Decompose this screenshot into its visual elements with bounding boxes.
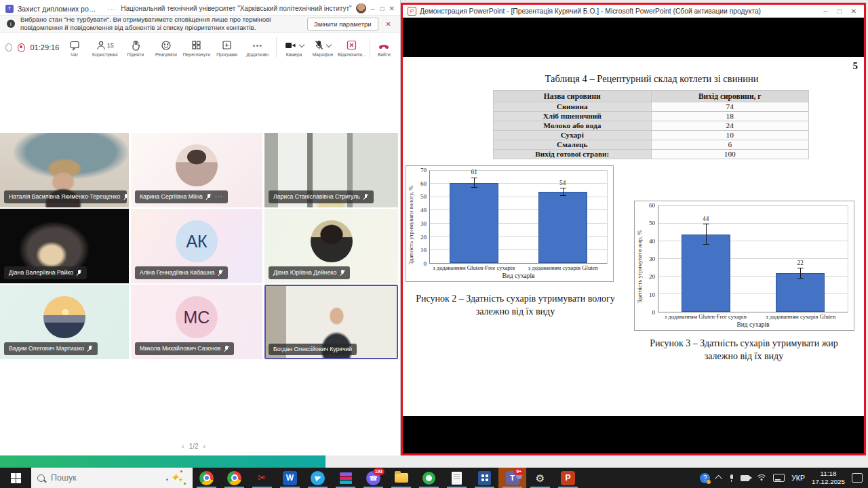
- minimize-button[interactable]: –: [370, 5, 376, 12]
- more-actions-button[interactable]: ••• Додатково: [242, 38, 273, 57]
- taskbar-file-explorer[interactable]: [387, 468, 415, 488]
- table-cell: 18: [651, 112, 809, 121]
- participant-tile-active-speaker[interactable]: Богдан Олексійович Курячий: [264, 285, 398, 359]
- notification-close-icon[interactable]: ✕: [384, 20, 393, 28]
- mic-muted-icon: [87, 345, 93, 352]
- teams-badge: 9+: [514, 468, 524, 475]
- participant-grid: Наталія Василівна Якименко-Терещенко Кар…: [0, 133, 400, 359]
- camera-button[interactable]: Камера: [280, 38, 308, 57]
- meeting-toolbar: 01:29:16 Чат 15 Користувачі Підняти: [0, 33, 400, 62]
- taskbar-chrome-profile[interactable]: [220, 468, 248, 488]
- microphone-button[interactable]: Мікрофон: [308, 38, 338, 57]
- taskbar-telegram[interactable]: [304, 468, 332, 488]
- search-icon: [37, 474, 45, 482]
- close-button[interactable]: ✕: [389, 5, 395, 12]
- start-button[interactable]: [0, 468, 31, 488]
- touch-keyboard-icon[interactable]: [773, 474, 785, 482]
- table-row: Хліб пшеничний18: [494, 112, 809, 121]
- action-center-icon[interactable]: [852, 473, 863, 483]
- raise-hand-icon: [131, 40, 140, 51]
- table-row: Смалець6: [494, 140, 809, 150]
- participant-tile[interactable]: Карина Сергіївна Міїна···: [131, 133, 262, 207]
- participants-button[interactable]: 15 Користувачі: [90, 38, 120, 57]
- background-window-strip: [0, 455, 868, 468]
- windows-taskbar: ✦✦ ✂ W ☎193 T9+ ⚙ P ?: [0, 468, 868, 488]
- y-axis-label: Здатність утримувати вологу, %: [408, 170, 417, 279]
- close-button[interactable]: ✕: [848, 7, 859, 15]
- teams-titlebar: T Захист дипломних робіт магістрів гр. Б…: [0, 2, 400, 15]
- participant-tile[interactable]: Діана Юріївна Дейнеко: [264, 209, 398, 283]
- green-ring-icon: [422, 472, 435, 485]
- recording-icon: [18, 43, 25, 52]
- participant-tile[interactable]: Наталія Василівна Якименко-Терещенко: [0, 133, 129, 207]
- x-category-label: з додаванням сухарів Gluten: [519, 265, 608, 272]
- apps-button[interactable]: Програми: [212, 38, 242, 57]
- table-cell: Хліб пшеничний: [494, 112, 652, 121]
- participant-tile[interactable]: Вадим Олегович Мартишко: [0, 285, 129, 359]
- word-icon: W: [283, 471, 297, 485]
- participant-tile[interactable]: МС Микола Михайлович Сазонов: [131, 285, 262, 359]
- grid-view-icon: [191, 40, 201, 50]
- maximize-button[interactable]: □: [834, 7, 845, 15]
- viber-badge: 193: [373, 468, 384, 475]
- taskbar-notepad[interactable]: [443, 468, 471, 488]
- help-icon[interactable]: ?: [700, 473, 710, 483]
- chat-icon: [69, 40, 80, 51]
- meeting-title: Захист дипломних робіт магістрів гр. БЕМ…: [18, 5, 99, 13]
- mic-muted-icon: [340, 269, 345, 277]
- chevron-down-icon[interactable]: [326, 41, 332, 47]
- table-header: Назва сировини: [494, 91, 652, 102]
- stop-sharing-button[interactable]: Відключити...: [338, 38, 366, 57]
- participant-tile[interactable]: Діана Валеріївна Райко: [0, 209, 129, 283]
- chevron-down-icon[interactable]: [298, 41, 304, 47]
- taskbar-winrar[interactable]: [332, 468, 359, 488]
- camera-icon: [285, 41, 296, 50]
- scissors-icon: ✂: [258, 472, 267, 484]
- meeting-timer: 01:29:16: [31, 43, 60, 52]
- mic-off-icon: [315, 40, 323, 50]
- taskbar-search[interactable]: ✦✦: [31, 468, 193, 488]
- screen: T Захист дипломних робіт магістрів гр. Б…: [0, 0, 868, 488]
- taskbar-snipping-tool[interactable]: ✂: [248, 468, 276, 488]
- chat-button[interactable]: Чат: [59, 38, 90, 57]
- view-button[interactable]: Переглянути: [181, 38, 212, 57]
- mic-muted-icon: [224, 345, 229, 352]
- taskbar-teams[interactable]: T9+: [498, 468, 526, 488]
- minimize-button[interactable]: –: [820, 7, 831, 15]
- taskbar-viber[interactable]: ☎193: [359, 468, 387, 488]
- more-icon[interactable]: ···: [107, 5, 117, 13]
- background-window-edge: [0, 455, 326, 468]
- clock-time: 11:18: [812, 470, 845, 478]
- taskbar-calculator[interactable]: [471, 468, 498, 488]
- tray-camera-icon[interactable]: [741, 475, 749, 481]
- table-row: Свинина74: [494, 102, 809, 112]
- maximize-button[interactable]: □: [380, 5, 385, 12]
- participant-name: Карина Сергіївна Міїна: [140, 194, 203, 200]
- avatar[interactable]: [356, 3, 366, 14]
- prev-page-icon[interactable]: ‹: [182, 442, 184, 450]
- taskbar-settings[interactable]: ⚙: [526, 468, 554, 488]
- participant-name: Лариса Станіславівна Стригуль: [273, 194, 360, 200]
- participant-name: Наталія Василівна Якименко-Терещенко: [9, 194, 120, 200]
- table-cell: Сухарі: [494, 131, 652, 140]
- wifi-icon[interactable]: [756, 474, 766, 482]
- leave-button[interactable]: Вийти: [374, 38, 395, 57]
- participant-tile[interactable]: АК Аліна Геннадіївна Кабашна: [131, 209, 262, 283]
- react-button[interactable]: Реагувати: [151, 38, 181, 57]
- search-input[interactable]: [50, 472, 161, 483]
- tile-menu-icon[interactable]: ···: [215, 194, 223, 200]
- taskbar-word[interactable]: W: [276, 468, 304, 488]
- taskbar-powerpoint[interactable]: P: [554, 468, 582, 488]
- participant-tile[interactable]: Лариса Станіславівна Стригуль: [264, 133, 398, 207]
- raise-hand-button[interactable]: Підняти: [120, 38, 151, 57]
- taskbar-green-app[interactable]: [415, 468, 443, 488]
- taskbar-chrome[interactable]: [193, 468, 220, 488]
- org-title: Національний технічний університет "Харк…: [121, 5, 351, 12]
- change-settings-button[interactable]: Змінити параметри: [307, 18, 378, 30]
- language-indicator[interactable]: УКР: [791, 474, 805, 482]
- taskbar-clock[interactable]: 11:18 17.12.2025: [812, 470, 845, 486]
- tray-microphone-icon[interactable]: [729, 474, 734, 481]
- next-page-icon[interactable]: ›: [203, 442, 206, 450]
- tray-expand-icon[interactable]: [715, 475, 722, 483]
- table-row: Молоко або вода24: [494, 121, 809, 131]
